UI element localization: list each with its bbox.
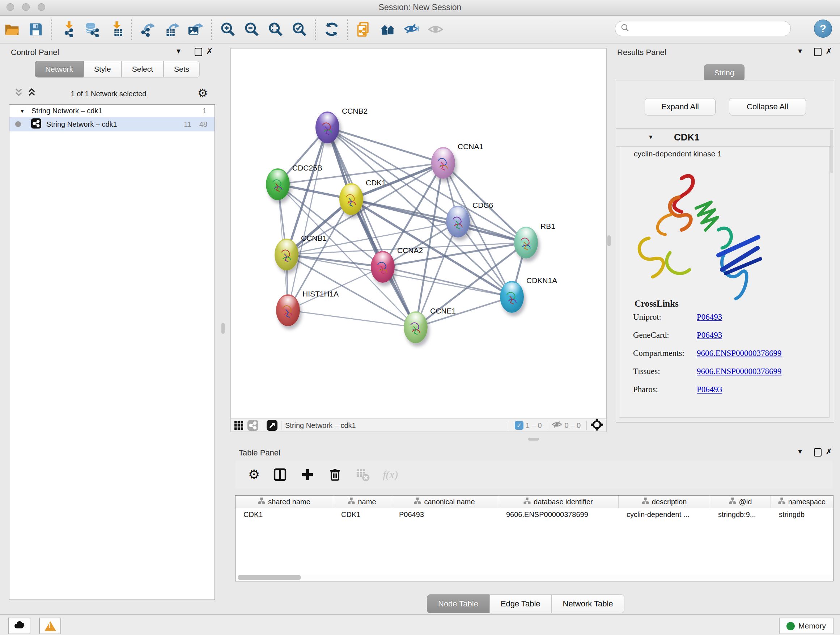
export-network-icon[interactable] <box>137 19 158 40</box>
tab-node-table[interactable]: Node Table <box>427 594 489 613</box>
expand-all-networks-icon[interactable] <box>27 88 38 100</box>
column-header-shared-name[interactable]: shared name <box>235 496 333 508</box>
results-panel-close-icon[interactable]: ✗ <box>826 47 832 56</box>
network-options-gear-icon[interactable]: ⚙ <box>197 86 208 100</box>
zoom-in-icon[interactable] <box>218 19 238 40</box>
expand-all-button[interactable]: Expand All <box>645 98 715 116</box>
clone-network-icon[interactable] <box>354 19 374 40</box>
column-header-namespace[interactable]: namespace <box>771 496 833 508</box>
crosslink-link[interactable]: P06493 <box>697 385 722 394</box>
tab-network-table[interactable]: Network Table <box>552 594 624 613</box>
cell-namespace[interactable]: stringdb <box>771 510 833 519</box>
tab-edge-table[interactable]: Edge Table <box>489 594 552 613</box>
open-session-icon[interactable] <box>2 19 22 40</box>
node-label-rb1: RB1 <box>540 222 555 231</box>
network-canvas[interactable]: CCNB2 CCNA1 CDC25B CDK1 CDC6 RB1 CCNB1 C… <box>231 48 607 419</box>
delete-column-icon[interactable] <box>328 467 342 482</box>
results-scrollbar[interactable] <box>830 130 833 173</box>
column-header-canonical-name[interactable]: canonical name <box>391 496 498 508</box>
tab-sets[interactable]: Sets <box>164 61 200 78</box>
collapse-all-networks-icon[interactable] <box>14 88 25 100</box>
import-network-database-icon[interactable] <box>81 19 103 40</box>
table-row[interactable]: CDK1CDK1P064939606.ENSP00000378699cyclin… <box>235 508 833 521</box>
column-header--id[interactable]: @id <box>710 496 771 508</box>
help-button[interactable]: ? <box>814 19 832 38</box>
tab-style[interactable]: Style <box>84 61 122 78</box>
node-cdkn1a[interactable] <box>500 281 524 313</box>
network-badge-icon[interactable] <box>248 420 258 431</box>
network-collection-row[interactable]: ▼ String Network – cdk1 1 <box>9 105 215 117</box>
refresh-icon[interactable] <box>321 19 342 40</box>
cell-name[interactable]: CDK1 <box>333 510 391 519</box>
hide-selected-icon[interactable] <box>401 19 422 40</box>
memory-button[interactable]: Memory <box>779 618 834 634</box>
left-splitter-handle[interactable] <box>221 323 225 334</box>
control-panel-close-icon[interactable]: ✗ <box>206 47 213 56</box>
tab-select[interactable]: Select <box>122 61 164 78</box>
first-neighbors-icon[interactable] <box>377 19 398 40</box>
control-panel-menu-icon[interactable]: ▾ <box>177 46 180 56</box>
cloud-status-button[interactable] <box>8 618 30 634</box>
toolbar-separator <box>211 19 212 40</box>
collapse-all-button[interactable]: Collapse All <box>729 98 806 116</box>
results-panel-float-icon[interactable] <box>814 48 821 56</box>
warnings-button[interactable] <box>39 618 61 634</box>
node-cdc6[interactable] <box>446 206 470 238</box>
table-panel-float-icon[interactable] <box>814 448 821 456</box>
results-panel-menu-icon[interactable]: ▾ <box>798 46 802 56</box>
selected-checkbox-icon[interactable]: ✓ <box>515 421 523 430</box>
crosslink-link[interactable]: P06493 <box>697 331 722 340</box>
node-hist1h1a[interactable] <box>276 295 300 326</box>
cell-database-identifier[interactable]: 9606.ENSP00000378699 <box>498 510 619 519</box>
save-session-icon[interactable] <box>25 19 46 40</box>
zoom-selected-icon[interactable] <box>289 19 310 40</box>
control-panel-float-icon[interactable] <box>195 48 202 56</box>
section-collapse-triangle-icon[interactable]: ▼ <box>648 134 654 141</box>
node-ccne1[interactable] <box>404 311 428 343</box>
import-table-icon[interactable] <box>105 19 126 40</box>
crosslink-link[interactable]: 9606.ENSP00000378699 <box>697 367 782 376</box>
crosslink-link[interactable]: 9606.ENSP00000378699 <box>697 348 782 358</box>
node-cdk1[interactable] <box>339 183 363 215</box>
tab-string[interactable]: String <box>704 65 745 81</box>
cell-shared-name[interactable]: CDK1 <box>235 510 333 519</box>
detach-view-icon[interactable] <box>267 420 278 431</box>
node-ccna1[interactable] <box>431 147 455 179</box>
network-row[interactable]: String Network – cdk1 11 48 <box>9 117 215 131</box>
export-image-icon[interactable] <box>185 19 206 40</box>
table-panel-menu-icon[interactable]: ▾ <box>798 447 802 456</box>
zoom-fit-icon[interactable] <box>265 19 286 40</box>
tab-network[interactable]: Network <box>35 61 84 78</box>
column-header-database-identifier[interactable]: database identifier <box>498 496 619 508</box>
column-header-name[interactable]: name <box>333 496 391 508</box>
bottom-splitter-handle[interactable] <box>528 438 539 440</box>
search-field[interactable] <box>615 21 791 36</box>
export-table-icon[interactable] <box>161 19 182 40</box>
table-hscrollbar[interactable] <box>236 575 832 580</box>
node-ccnb1[interactable] <box>275 239 298 271</box>
cell-description[interactable]: cyclin-dependent ... <box>619 510 710 519</box>
crosslink-link[interactable]: P06493 <box>697 312 722 321</box>
right-splitter-handle[interactable] <box>607 235 611 246</box>
node-cdc25b[interactable] <box>266 168 290 200</box>
node-rb1[interactable] <box>514 226 538 258</box>
table-settings-icon[interactable]: ⚙ <box>248 467 260 482</box>
cell-canonical-name[interactable]: P06493 <box>391 510 498 519</box>
navigator-crosshair-icon[interactable] <box>591 418 603 433</box>
node-ccnb2[interactable] <box>316 111 339 143</box>
grid-view-icon[interactable] <box>234 421 243 430</box>
crosslink-label: Pharos: <box>633 385 697 394</box>
zoom-out-icon[interactable] <box>241 19 262 40</box>
column-header-description[interactable]: description <box>619 496 710 508</box>
protein-section-header[interactable]: ▼ CDK1 <box>616 129 834 147</box>
network-edge-count: 48 <box>199 120 207 128</box>
search-input[interactable] <box>630 24 776 33</box>
collapse-triangle-icon[interactable]: ▼ <box>19 108 25 114</box>
create-column-icon[interactable] <box>300 467 315 482</box>
show-columns-icon[interactable] <box>273 467 287 482</box>
table-panel-close-icon[interactable]: ✗ <box>826 447 832 456</box>
import-network-file-icon[interactable] <box>57 19 79 40</box>
node-ccna2[interactable] <box>371 251 395 283</box>
cell--id[interactable]: stringdb:9... <box>710 510 771 519</box>
hidden-eye-icon[interactable] <box>552 419 562 432</box>
